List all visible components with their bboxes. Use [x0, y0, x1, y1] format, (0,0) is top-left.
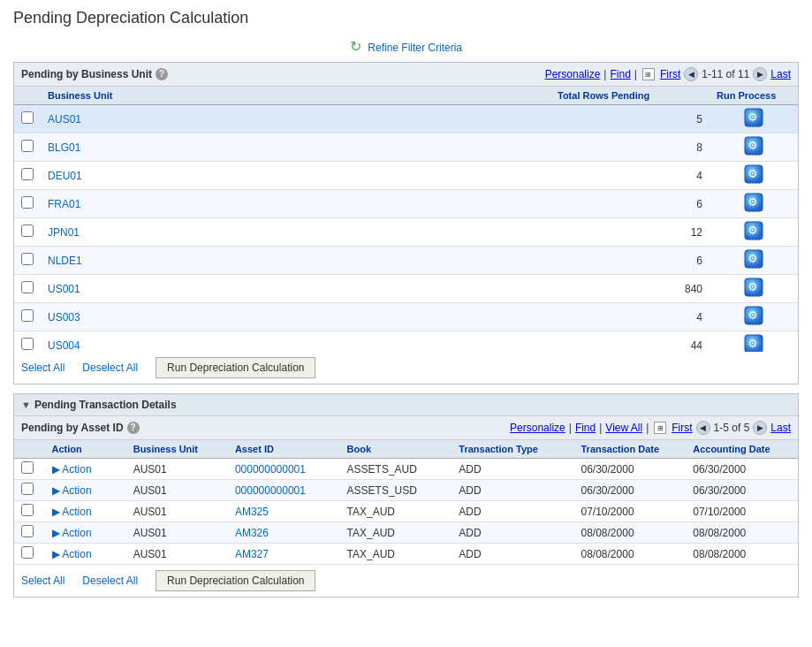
bu-link[interactable]: AUS01	[48, 113, 81, 126]
bu-row-checkbox[interactable]	[21, 168, 34, 180]
tx-bottom-bar: Select All Deselect All Run Depreciation…	[14, 565, 798, 597]
bu-link[interactable]: US003	[48, 311, 80, 324]
action-dropdown[interactable]: ▶ Action	[52, 463, 92, 476]
run-process-icon[interactable]: ⚙	[744, 334, 763, 352]
tx-row-checkbox[interactable]	[21, 546, 34, 559]
bu-row-checkbox[interactable]	[21, 111, 34, 124]
select-all-tx[interactable]: Select All	[21, 575, 65, 587]
tx-asset-link[interactable]: AM326	[235, 527, 269, 539]
deselect-all-bu[interactable]: Deselect All	[82, 362, 138, 374]
tx-type: ADD	[452, 501, 573, 522]
col-header-check	[14, 87, 41, 105]
tx-asset-link[interactable]: 000000000001	[235, 463, 306, 476]
bu-total: 6	[550, 190, 710, 218]
bu-link[interactable]: BLG01	[48, 141, 80, 154]
bu-row-checkbox[interactable]	[21, 338, 34, 350]
run-process-cell: ⚙	[710, 162, 798, 190]
help-icon-asset[interactable]: ?	[127, 422, 140, 434]
run-process-cell: ⚙	[710, 105, 798, 133]
tx-asset-link[interactable]: 000000000001	[235, 484, 306, 497]
pending-bu-controls: Personalize | Find | ⊞ First ◀ 1-11 of 1…	[545, 67, 791, 81]
tx-type: ADD	[452, 544, 573, 565]
view-all-link[interactable]: View All	[605, 422, 642, 434]
bu-row-checkbox[interactable]	[21, 225, 34, 237]
grid-icon-asset[interactable]: ⊞	[654, 422, 666, 434]
bu-link[interactable]: DEU01	[48, 170, 82, 182]
col-header-tx-asset: Asset ID	[228, 440, 340, 459]
tx-asset-link[interactable]: AM327	[235, 548, 269, 560]
acc-date: 06/30/2000	[686, 480, 798, 501]
run-process-icon[interactable]: ⚙	[744, 108, 763, 130]
run-process-icon[interactable]: ⚙	[744, 306, 763, 328]
last-link-bu[interactable]: Last	[770, 68, 791, 80]
col-header-total: Total Rows Pending	[550, 87, 710, 105]
run-depreciation-btn-top[interactable]: Run Depreciation Calculation	[156, 357, 315, 378]
tx-asset-link[interactable]: AM325	[235, 506, 269, 518]
bu-row-checkbox[interactable]	[21, 281, 34, 293]
personalize-link-asset[interactable]: Personalize	[510, 422, 565, 434]
bu-link[interactable]: NLDE1	[48, 255, 82, 267]
tx-row-checkbox[interactable]	[21, 461, 34, 474]
col-header-tx-date: Transaction Date	[574, 440, 687, 459]
tx-type: ADD	[452, 480, 573, 501]
col-header-rp: Run Process	[710, 87, 798, 105]
page-range-asset: 1-5 of 5	[714, 422, 750, 434]
page-title: Pending Depreciation Calculation	[13, 9, 799, 31]
action-dropdown[interactable]: ▶ Action	[52, 484, 92, 497]
bu-row-checkbox[interactable]	[21, 140, 34, 152]
action-dropdown[interactable]: ▶ Action	[52, 548, 92, 560]
bu-link[interactable]: FRA01	[48, 198, 80, 210]
collapse-icon[interactable]: ▼	[21, 400, 31, 410]
tx-bu: AUS01	[126, 501, 228, 522]
run-process-icon[interactable]: ⚙	[744, 249, 763, 271]
svg-text:⚙: ⚙	[747, 195, 758, 209]
deselect-all-tx[interactable]: Deselect All	[82, 575, 138, 587]
tx-bu: AUS01	[126, 544, 228, 565]
bu-total: 4	[550, 162, 710, 190]
acc-date: 07/10/2000	[686, 501, 798, 522]
bu-link[interactable]: US004	[48, 339, 80, 352]
action-dropdown[interactable]: ▶ Action	[52, 506, 92, 518]
prev-btn-bu[interactable]: ◀	[684, 67, 698, 81]
run-process-cell: ⚙	[710, 247, 798, 275]
last-link-asset[interactable]: Last	[770, 422, 791, 434]
next-btn-asset[interactable]: ▶	[753, 421, 767, 435]
pending-tx-section: ▼ Pending Transaction Details Pending by…	[13, 393, 799, 598]
action-dropdown[interactable]: ▶ Action	[52, 527, 92, 539]
bu-row-checkbox[interactable]	[21, 309, 34, 322]
tx-row-checkbox[interactable]	[21, 504, 34, 516]
run-process-icon[interactable]: ⚙	[744, 136, 763, 158]
run-process-cell: ⚙	[710, 303, 798, 331]
personalize-link-bu[interactable]: Personalize	[545, 68, 601, 80]
run-process-icon[interactable]: ⚙	[744, 164, 763, 186]
bu-link[interactable]: JPN01	[48, 226, 80, 239]
help-icon-bu[interactable]: ?	[156, 68, 168, 80]
prev-btn-asset[interactable]: ◀	[696, 421, 710, 435]
svg-text:⚙: ⚙	[747, 308, 758, 322]
first-link-bu[interactable]: First	[660, 68, 680, 80]
bu-row-checkbox[interactable]	[21, 196, 34, 209]
grid-icon-bu[interactable]: ⊞	[642, 68, 655, 80]
find-link-asset[interactable]: Find	[575, 422, 596, 434]
refine-bar: ↻ Refine Filter Criteria	[13, 38, 799, 55]
find-link-bu[interactable]: Find	[610, 68, 630, 80]
refine-filter-link[interactable]: Refine Filter Criteria	[368, 42, 462, 54]
run-process-icon[interactable]: ⚙	[744, 193, 763, 215]
tx-book: TAX_AUD	[340, 522, 452, 544]
tx-row-checkbox[interactable]	[21, 483, 34, 495]
pending-asset-label: Pending by Asset ID ?	[21, 422, 140, 434]
first-link-asset[interactable]: First	[672, 422, 692, 434]
tx-date: 08/08/2000	[574, 544, 687, 565]
bu-link[interactable]: US001	[48, 283, 80, 295]
run-process-cell: ⚙	[710, 133, 798, 162]
bu-row-checkbox[interactable]	[21, 253, 34, 265]
run-process-icon[interactable]: ⚙	[744, 278, 763, 300]
run-process-icon[interactable]: ⚙	[744, 221, 763, 243]
select-all-bu[interactable]: Select All	[21, 362, 65, 374]
bu-bottom-bar: Select All Deselect All Run Depreciation…	[14, 352, 798, 384]
bu-total: 8	[550, 133, 710, 162]
run-depreciation-btn-bottom[interactable]: Run Depreciation Calculation	[156, 570, 315, 591]
refresh-icon[interactable]: ↻	[350, 39, 361, 54]
tx-row-checkbox[interactable]	[21, 525, 34, 537]
next-btn-bu[interactable]: ▶	[753, 67, 767, 81]
